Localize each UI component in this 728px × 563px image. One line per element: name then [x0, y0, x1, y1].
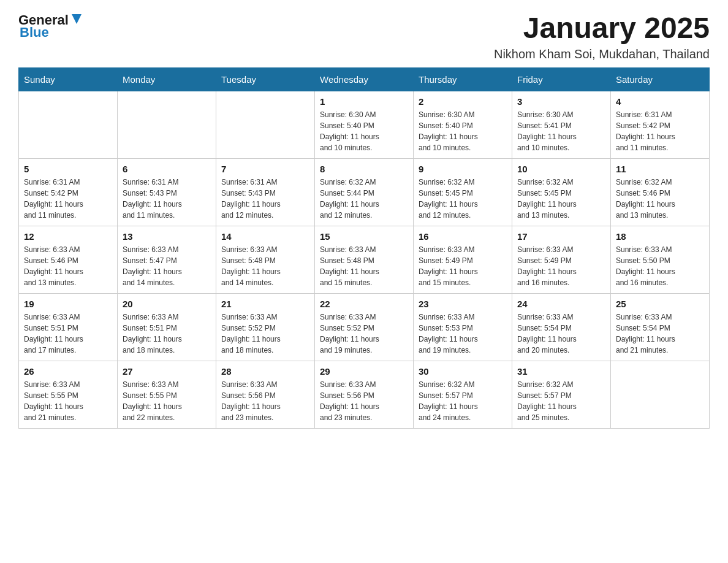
calendar-cell: 2Sunrise: 6:30 AMSunset: 5:40 PMDaylight…: [414, 91, 512, 158]
day-number: 2: [419, 96, 507, 107]
day-number: 27: [123, 366, 211, 377]
day-info: Sunrise: 6:33 AMSunset: 5:50 PMDaylight:…: [616, 244, 704, 288]
calendar-cell: 24Sunrise: 6:33 AMSunset: 5:54 PMDayligh…: [512, 293, 611, 361]
calendar-cell: 8Sunrise: 6:32 AMSunset: 5:44 PMDaylight…: [315, 158, 414, 226]
calendar-cell: [118, 91, 216, 158]
day-number: 31: [517, 366, 605, 377]
day-number: 13: [123, 231, 211, 242]
col-header-sunday: Sunday: [19, 67, 118, 91]
day-number: 10: [517, 164, 605, 174]
calendar-week-row: 19Sunrise: 6:33 AMSunset: 5:51 PMDayligh…: [19, 293, 710, 361]
calendar-cell: 22Sunrise: 6:33 AMSunset: 5:52 PMDayligh…: [315, 293, 414, 361]
calendar-cell: 10Sunrise: 6:32 AMSunset: 5:45 PMDayligh…: [512, 158, 611, 226]
svg-marker-0: [72, 14, 82, 24]
day-number: 24: [517, 299, 605, 309]
calendar-cell: 12Sunrise: 6:33 AMSunset: 5:46 PMDayligh…: [19, 226, 118, 293]
day-number: 21: [221, 299, 309, 309]
day-number: 6: [123, 164, 211, 174]
day-number: 16: [419, 231, 507, 242]
day-info: Sunrise: 6:33 AMSunset: 5:55 PMDaylight:…: [24, 379, 112, 423]
calendar-cell: 16Sunrise: 6:33 AMSunset: 5:49 PMDayligh…: [414, 226, 512, 293]
day-number: 29: [320, 366, 408, 377]
day-number: 25: [616, 299, 704, 309]
day-number: 17: [517, 231, 605, 242]
day-number: 15: [320, 231, 408, 242]
col-header-monday: Monday: [118, 67, 216, 91]
day-number: 22: [320, 299, 408, 309]
calendar-cell: 25Sunrise: 6:33 AMSunset: 5:54 PMDayligh…: [611, 293, 710, 361]
day-number: 9: [419, 164, 507, 174]
calendar-week-row: 5Sunrise: 6:31 AMSunset: 5:42 PMDaylight…: [19, 158, 710, 226]
calendar-cell: 20Sunrise: 6:33 AMSunset: 5:51 PMDayligh…: [118, 293, 216, 361]
day-number: 18: [616, 231, 704, 242]
col-header-thursday: Thursday: [414, 67, 512, 91]
day-number: 4: [616, 96, 704, 107]
day-info: Sunrise: 6:33 AMSunset: 5:52 PMDaylight:…: [221, 312, 309, 356]
day-info: Sunrise: 6:33 AMSunset: 5:56 PMDaylight:…: [221, 379, 309, 423]
calendar-cell: 28Sunrise: 6:33 AMSunset: 5:56 PMDayligh…: [216, 361, 315, 428]
col-header-tuesday: Tuesday: [216, 67, 315, 91]
day-number: 8: [320, 164, 408, 174]
day-number: 23: [419, 299, 507, 309]
day-info: Sunrise: 6:30 AMSunset: 5:41 PMDaylight:…: [517, 109, 605, 153]
calendar-cell: 13Sunrise: 6:33 AMSunset: 5:47 PMDayligh…: [118, 226, 216, 293]
day-info: Sunrise: 6:31 AMSunset: 5:42 PMDaylight:…: [24, 177, 112, 221]
calendar-cell: 30Sunrise: 6:32 AMSunset: 5:57 PMDayligh…: [414, 361, 512, 428]
calendar-cell: 14Sunrise: 6:33 AMSunset: 5:48 PMDayligh…: [216, 226, 315, 293]
day-info: Sunrise: 6:32 AMSunset: 5:57 PMDaylight:…: [517, 379, 605, 423]
day-info: Sunrise: 6:33 AMSunset: 5:54 PMDaylight:…: [616, 312, 704, 356]
day-info: Sunrise: 6:33 AMSunset: 5:49 PMDaylight:…: [517, 244, 605, 288]
calendar-cell: 18Sunrise: 6:33 AMSunset: 5:50 PMDayligh…: [611, 226, 710, 293]
calendar-cell: 9Sunrise: 6:32 AMSunset: 5:45 PMDaylight…: [414, 158, 512, 226]
day-number: 30: [419, 366, 507, 377]
day-info: Sunrise: 6:33 AMSunset: 5:48 PMDaylight:…: [221, 244, 309, 288]
day-number: 19: [24, 299, 112, 309]
day-info: Sunrise: 6:31 AMSunset: 5:42 PMDaylight:…: [616, 109, 704, 153]
day-info: Sunrise: 6:32 AMSunset: 5:45 PMDaylight:…: [419, 177, 507, 221]
calendar-cell: 15Sunrise: 6:33 AMSunset: 5:48 PMDayligh…: [315, 226, 414, 293]
day-info: Sunrise: 6:33 AMSunset: 5:46 PMDaylight:…: [24, 244, 112, 288]
page-header: General Blue January 2025 Nikhom Kham So…: [18, 12, 710, 61]
day-info: Sunrise: 6:31 AMSunset: 5:43 PMDaylight:…: [221, 177, 309, 221]
calendar-header-row: SundayMondayTuesdayWednesdayThursdayFrid…: [19, 67, 710, 91]
calendar-cell: 27Sunrise: 6:33 AMSunset: 5:55 PMDayligh…: [118, 361, 216, 428]
col-header-friday: Friday: [512, 67, 611, 91]
day-number: 3: [517, 96, 605, 107]
col-header-wednesday: Wednesday: [315, 67, 414, 91]
day-info: Sunrise: 6:31 AMSunset: 5:43 PMDaylight:…: [123, 177, 211, 221]
calendar-table: SundayMondayTuesdayWednesdayThursdayFrid…: [18, 67, 710, 429]
day-number: 12: [24, 231, 112, 242]
title-section: January 2025 Nikhom Kham Soi, Mukdahan, …: [494, 12, 710, 61]
calendar-cell: 19Sunrise: 6:33 AMSunset: 5:51 PMDayligh…: [19, 293, 118, 361]
day-number: 5: [24, 164, 112, 174]
col-header-saturday: Saturday: [611, 67, 710, 91]
day-number: 14: [221, 231, 309, 242]
calendar-week-row: 1Sunrise: 6:30 AMSunset: 5:40 PMDaylight…: [19, 91, 710, 158]
logo-blue: Blue: [20, 25, 49, 40]
day-info: Sunrise: 6:30 AMSunset: 5:40 PMDaylight:…: [320, 109, 408, 153]
day-info: Sunrise: 6:33 AMSunset: 5:48 PMDaylight:…: [320, 244, 408, 288]
day-info: Sunrise: 6:33 AMSunset: 5:51 PMDaylight:…: [24, 312, 112, 356]
day-info: Sunrise: 6:33 AMSunset: 5:55 PMDaylight:…: [123, 379, 211, 423]
calendar-cell: [19, 91, 118, 158]
calendar-cell: 29Sunrise: 6:33 AMSunset: 5:56 PMDayligh…: [315, 361, 414, 428]
day-info: Sunrise: 6:32 AMSunset: 5:46 PMDaylight:…: [616, 177, 704, 221]
calendar-cell: [216, 91, 315, 158]
calendar-cell: 31Sunrise: 6:32 AMSunset: 5:57 PMDayligh…: [512, 361, 611, 428]
day-info: Sunrise: 6:33 AMSunset: 5:52 PMDaylight:…: [320, 312, 408, 356]
day-info: Sunrise: 6:33 AMSunset: 5:54 PMDaylight:…: [517, 312, 605, 356]
day-info: Sunrise: 6:33 AMSunset: 5:51 PMDaylight:…: [123, 312, 211, 356]
calendar-cell: 3Sunrise: 6:30 AMSunset: 5:41 PMDaylight…: [512, 91, 611, 158]
calendar-cell: [611, 361, 710, 428]
day-number: 20: [123, 299, 211, 309]
calendar-cell: 1Sunrise: 6:30 AMSunset: 5:40 PMDaylight…: [315, 91, 414, 158]
day-info: Sunrise: 6:33 AMSunset: 5:47 PMDaylight:…: [123, 244, 211, 288]
logo-arrow-icon: [70, 12, 83, 26]
calendar-cell: 23Sunrise: 6:33 AMSunset: 5:53 PMDayligh…: [414, 293, 512, 361]
calendar-cell: 17Sunrise: 6:33 AMSunset: 5:49 PMDayligh…: [512, 226, 611, 293]
month-title: January 2025: [494, 12, 710, 45]
day-info: Sunrise: 6:30 AMSunset: 5:40 PMDaylight:…: [419, 109, 507, 153]
calendar-cell: 6Sunrise: 6:31 AMSunset: 5:43 PMDaylight…: [118, 158, 216, 226]
day-info: Sunrise: 6:33 AMSunset: 5:53 PMDaylight:…: [419, 312, 507, 356]
day-info: Sunrise: 6:33 AMSunset: 5:49 PMDaylight:…: [419, 244, 507, 288]
